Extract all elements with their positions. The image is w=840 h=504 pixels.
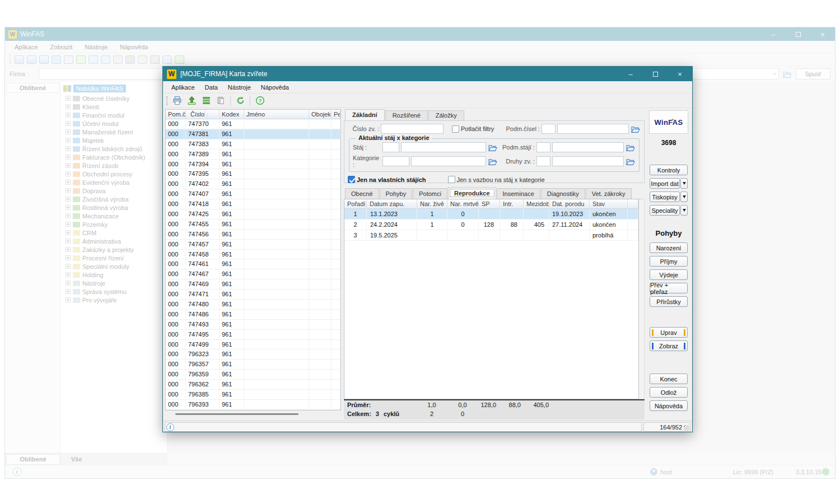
link-checkbox[interactable] (448, 176, 455, 183)
pohyby-button[interactable]: Výdeje (650, 269, 688, 280)
scrollbar-thumb[interactable] (175, 413, 298, 415)
cislo-zv-input[interactable] (381, 124, 444, 134)
detail-tab[interactable]: Obecné (345, 188, 379, 199)
animal-row[interactable]: 000 747407 961 (166, 189, 340, 199)
print-icon[interactable] (171, 95, 183, 107)
dropdown-button[interactable]: Tiskopisy (650, 192, 680, 202)
animal-row[interactable]: 000 747394 961 (166, 160, 340, 170)
detail-tab[interactable]: Inseminace (497, 188, 540, 199)
druhy-zv-input[interactable] (552, 156, 624, 166)
animal-row[interactable]: 000 747493 961 (166, 320, 340, 330)
pohyby-button[interactable]: Narození (650, 242, 688, 253)
dialog-titlebar[interactable]: W [MOJE_FIRMA] Karta zvířete – × (163, 67, 692, 81)
animal-row[interactable]: 000 747389 961 (166, 150, 340, 160)
staj-input[interactable] (401, 142, 486, 152)
animal-row[interactable]: 000 747471 961 (166, 290, 340, 300)
detail-tab[interactable]: Reprodukce (448, 187, 496, 199)
animal-row[interactable]: 000 747418 961 (166, 199, 340, 209)
copy-icon[interactable] (214, 95, 227, 107)
kontroly-button[interactable]: Kontroly (650, 165, 688, 175)
own-stables-checkbox[interactable] (348, 176, 355, 183)
animal-row[interactable]: 000 747370 961 (166, 119, 340, 129)
animal-list-header[interactable]: Pom.č. Číslo Kodex Jméno Obojek Pe (166, 110, 340, 119)
dialog-menu-item[interactable]: Nápověda (256, 82, 294, 92)
folder-open-icon[interactable] (631, 125, 641, 133)
animal-row[interactable]: 000 796359 961 (166, 370, 340, 380)
sidebar-bottom-button[interactable]: Nápověda (650, 400, 688, 411)
detail-tab[interactable]: Diagnostiky (541, 188, 585, 199)
dialog-maximize-button[interactable] (643, 67, 668, 81)
potlacit-filtry-checkbox[interactable] (452, 125, 459, 133)
chevron-down-icon[interactable] (680, 192, 688, 202)
animal-row[interactable]: 000 747469 961 (166, 279, 340, 290)
animal-row[interactable]: 000 796393 961 (166, 400, 340, 410)
detail-tab[interactable]: Vet. zákroky (586, 188, 632, 199)
animal-row[interactable]: 000 747499 961 (166, 340, 340, 350)
resize-grip[interactable] (684, 425, 689, 431)
dropdown-button[interactable]: Import dat (650, 178, 680, 189)
animal-row[interactable]: 000 747395 961 (166, 169, 340, 179)
animal-row[interactable]: 000 796323 961 (166, 349, 340, 360)
filter-tab[interactable]: Rozšířené (385, 110, 428, 120)
folder-open-icon[interactable] (488, 157, 498, 166)
animal-row[interactable]: 000 747461 961 (166, 259, 340, 269)
dialog-statusbar: 164/952 (163, 421, 692, 433)
uprav-button[interactable]: Uprav (650, 327, 688, 338)
folder-open-icon[interactable] (488, 143, 498, 152)
detail-tab[interactable]: Potomci (413, 188, 447, 199)
filter-tab[interactable]: Záložky (428, 110, 464, 120)
druhy-zv-code-input[interactable] (536, 156, 550, 166)
animal-row[interactable]: 000 796357 961 (166, 360, 340, 370)
animal-row[interactable]: 000 747458 961 (166, 250, 340, 260)
animal-row[interactable]: 000 747480 961 (166, 300, 340, 310)
podm-staji-input[interactable] (552, 142, 624, 152)
own-stables-label: Jen na vlastních stájích (357, 176, 426, 183)
animal-row[interactable]: 000 747495 961 (166, 330, 340, 340)
pohyby-button[interactable]: Přev + přeřaz (650, 283, 688, 293)
animal-row[interactable]: 000 747457 961 (166, 240, 340, 250)
animal-row[interactable]: 000 747381 961 (166, 129, 340, 139)
refresh-icon[interactable] (234, 95, 246, 107)
folder-open-icon[interactable] (626, 143, 636, 152)
sidebar-bottom-button[interactable]: Konec (650, 374, 688, 384)
dropdown-button[interactable]: Speciality (650, 205, 680, 216)
repro-row[interactable]: 1 13.1.2023 1 0 19.10.2023 ukončen (344, 209, 638, 220)
animal-row[interactable]: 000 747402 961 (166, 179, 340, 189)
pohyby-button[interactable]: Příjmy (650, 256, 688, 267)
help-icon[interactable]: ? (254, 95, 266, 107)
repro-table-header[interactable]: Pořadí Datum zapu. Nar. živě Nar. mrtvě … (344, 199, 638, 209)
animal-row[interactable]: 000 747467 961 (166, 269, 340, 279)
dialog-minimize-button[interactable]: – (618, 67, 643, 81)
zobraz-button[interactable]: Zobraz (650, 340, 688, 351)
sidebar-bottom-button[interactable]: Odlož (650, 387, 688, 398)
podm-cisel-code-input[interactable] (542, 124, 556, 134)
dialog-close-button[interactable]: × (668, 67, 692, 81)
detail-tab[interactable]: Pohyby (380, 188, 413, 199)
animal-row[interactable]: 000 796362 961 (166, 380, 340, 390)
horizontal-scrollbar[interactable] (165, 412, 341, 416)
podm-staji-code-input[interactable] (536, 142, 550, 152)
podm-cisel-input[interactable] (557, 124, 629, 134)
animal-row[interactable]: 000 747456 961 (166, 230, 340, 240)
dialog-menu-item[interactable]: Aplikace (166, 82, 200, 92)
pohyby-button[interactable]: Přírůstky (650, 296, 688, 307)
animal-row[interactable]: 000 747425 961 (166, 209, 340, 220)
folder-open-icon[interactable] (626, 157, 636, 166)
chevron-down-icon[interactable] (680, 205, 688, 216)
dialog-menu-item[interactable]: Nástroje (223, 82, 256, 92)
export-icon[interactable] (185, 95, 198, 107)
dialog-menu-item[interactable]: Data (200, 82, 223, 92)
animal-row[interactable]: 000 747383 961 (166, 139, 340, 150)
filter-tab[interactable]: Základní (345, 109, 385, 120)
repro-row[interactable]: 2 24.2.2024 1 0 128 88 405 27.11.2024 uk… (344, 220, 638, 230)
animal-row[interactable]: 000 747455 961 (166, 220, 340, 230)
vertical-scrollbar[interactable] (639, 199, 645, 399)
animal-row[interactable]: 000 796385 961 (166, 390, 340, 400)
kategorie-code-input[interactable] (382, 156, 409, 166)
staj-code-input[interactable] (382, 142, 399, 152)
table-icon[interactable] (200, 95, 212, 107)
animal-row[interactable]: 000 747486 961 (166, 310, 340, 320)
chevron-down-icon[interactable] (680, 178, 688, 189)
repro-row[interactable]: 3 19.5.2025 probíhá (344, 230, 638, 241)
kategorie-input[interactable] (411, 156, 486, 166)
